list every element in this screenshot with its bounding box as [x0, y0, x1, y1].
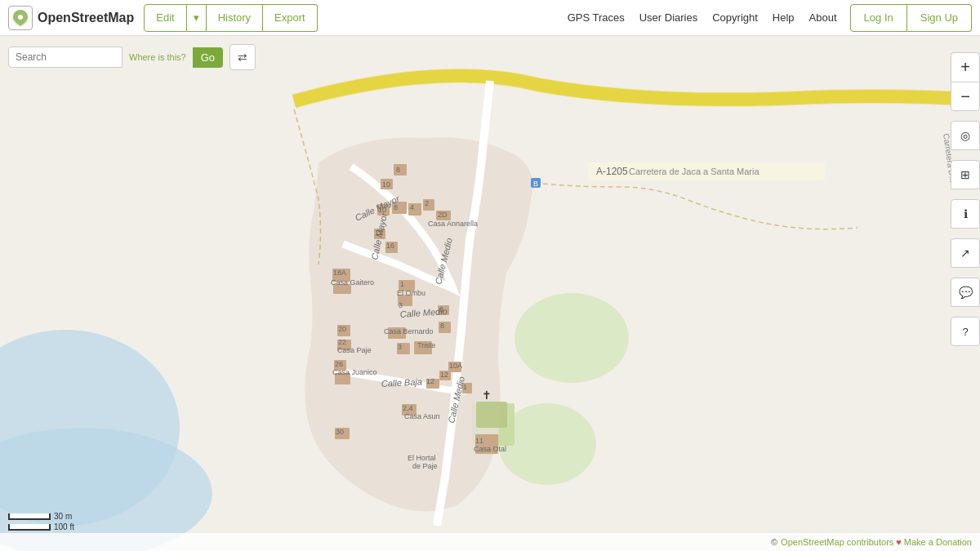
svg-text:10A: 10A: [449, 362, 462, 370]
svg-text:22: 22: [338, 338, 346, 346]
svg-text:1: 1: [463, 383, 467, 391]
svg-text:Casa Asun: Casa Asun: [404, 412, 440, 420]
osm-link[interactable]: OpenStreetMap contributors: [781, 537, 893, 547]
directions-icon: ⇄: [238, 51, 247, 64]
svg-text:Casa Gaitero: Casa Gaitero: [331, 278, 374, 287]
svg-text:3: 3: [398, 343, 402, 351]
copyright-link[interactable]: Copyright: [712, 11, 758, 24]
svg-text:8: 8: [440, 322, 444, 330]
svg-text:8: 8: [394, 203, 398, 211]
scale: 30 m 100 ft: [8, 512, 74, 531]
layers-group: ⊞: [951, 160, 980, 189]
auth-buttons: Log In Sign Up: [850, 4, 972, 32]
query-button[interactable]: ?: [951, 317, 980, 346]
info-button[interactable]: ℹ: [951, 199, 980, 229]
scale-metric: 30 m: [54, 512, 72, 521]
share-group: ↗: [951, 238, 980, 268]
svg-point-1: [18, 15, 23, 20]
copyright-text: ©: [771, 537, 777, 547]
svg-text:30: 30: [336, 428, 344, 436]
svg-text:12: 12: [440, 371, 448, 379]
logo-text: OpenStreetMap: [38, 11, 134, 25]
svg-text:Triste: Triste: [417, 341, 435, 349]
svg-text:2,4: 2,4: [403, 404, 413, 412]
edit-dropdown-button[interactable]: ▾: [187, 4, 207, 32]
scale-imperial: 100 ft: [54, 522, 74, 531]
svg-text:26: 26: [335, 360, 343, 368]
layers-button[interactable]: ⊞: [951, 160, 980, 189]
directions-button[interactable]: ⇄: [229, 44, 256, 70]
gps-location-button[interactable]: ◎: [951, 121, 980, 150]
svg-text:Casa Annarella: Casa Annarella: [428, 220, 478, 228]
info-group: ℹ: [951, 199, 980, 229]
map-controls: + − ◎ ⊞ ℹ ↗ 💬 ?: [951, 52, 980, 353]
svg-text:12: 12: [375, 229, 383, 237]
svg-text:4: 4: [410, 203, 414, 211]
svg-text:1: 1: [400, 280, 404, 288]
svg-text:6: 6: [439, 305, 443, 313]
svg-text:Carretera de Jaca a Santa Mari: Carretera de Jaca a Santa Maria: [629, 167, 760, 176]
search-bar: Where is this? Go ⇄: [8, 44, 256, 70]
signup-button[interactable]: Sign Up: [907, 4, 972, 32]
logo-link[interactable]: OpenStreetMap: [8, 6, 134, 30]
note-group: 💬: [951, 278, 980, 307]
zoom-out-button[interactable]: −: [951, 82, 980, 111]
gps-traces-link[interactable]: GPS Traces: [568, 11, 625, 24]
svg-text:2D: 2D: [438, 211, 448, 219]
svg-text:20: 20: [338, 325, 346, 333]
svg-rect-40: [476, 402, 507, 428]
heart-icon: ♥: [896, 537, 902, 547]
header: OpenStreetMap Edit ▾ History Export GPS …: [0, 0, 980, 36]
edit-button[interactable]: Edit: [144, 4, 186, 32]
svg-text:16: 16: [386, 242, 394, 250]
zoom-in-button[interactable]: +: [951, 52, 980, 82]
svg-text:de Paje: de Paje: [412, 462, 438, 470]
svg-text:11: 11: [475, 437, 483, 445]
svg-text:B: B: [533, 180, 538, 188]
map[interactable]: A-1205 Carretera de Jaca a Santa Maria C…: [0, 36, 980, 551]
svg-text:18A: 18A: [333, 269, 346, 277]
query-group: ?: [951, 317, 980, 346]
donate-link[interactable]: Make a Donation: [904, 537, 972, 547]
svg-text:10: 10: [382, 180, 390, 189]
footer: © OpenStreetMap contributors ♥ Make a Do…: [0, 533, 980, 551]
history-button[interactable]: History: [207, 4, 263, 32]
svg-text:El Ombu: El Ombu: [397, 289, 425, 297]
where-is-this-link[interactable]: Where is this?: [129, 52, 186, 62]
export-button[interactable]: Export: [263, 4, 318, 32]
svg-text:El Hortal: El Hortal: [408, 454, 436, 462]
svg-text:10: 10: [378, 206, 386, 214]
help-link[interactable]: Help: [773, 11, 795, 24]
login-button[interactable]: Log In: [850, 4, 907, 32]
logo-icon: [8, 6, 33, 30]
svg-text:8: 8: [396, 166, 400, 174]
top-nav: GPS Traces User Diaries Copyright Help A…: [568, 11, 837, 24]
svg-text:2: 2: [425, 199, 429, 207]
edit-nav-group: Edit ▾ History Export: [144, 4, 317, 32]
location-group: ◎: [951, 121, 980, 150]
svg-point-5: [514, 293, 629, 383]
search-go-button[interactable]: Go: [193, 47, 223, 68]
svg-text:12: 12: [426, 377, 434, 385]
about-link[interactable]: About: [809, 11, 837, 24]
svg-text:Casa Juanico: Casa Juanico: [332, 368, 377, 376]
share-button[interactable]: ↗: [951, 238, 980, 268]
svg-text:A-1205: A-1205: [596, 166, 628, 177]
svg-text:✝: ✝: [482, 389, 492, 402]
map-svg: A-1205 Carretera de Jaca a Santa Maria C…: [0, 36, 980, 551]
add-note-button[interactable]: 💬: [951, 278, 980, 307]
svg-text:Casa Paje: Casa Paje: [337, 346, 372, 354]
user-diaries-link[interactable]: User Diaries: [639, 11, 698, 24]
zoom-group: + −: [951, 52, 980, 111]
search-input[interactable]: [8, 47, 122, 68]
svg-text:Casa Bernardo: Casa Bernardo: [384, 327, 434, 335]
svg-text:Casa Otal: Casa Otal: [474, 445, 506, 453]
svg-text:3: 3: [399, 301, 403, 309]
